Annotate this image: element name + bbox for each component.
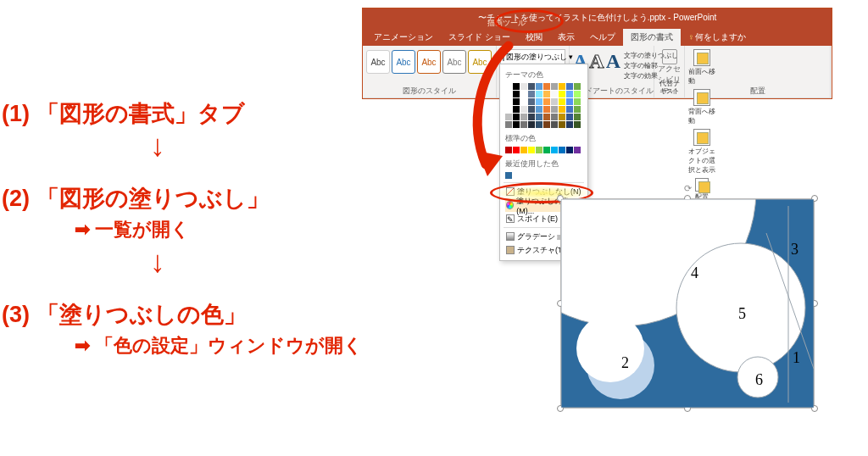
color-swatch[interactable] (551, 98, 558, 105)
selection-pane-button[interactable]: オブジェクトの選択と表示 (688, 129, 715, 175)
color-swatch[interactable] (543, 147, 550, 153)
wordart-preset-3[interactable]: A (606, 51, 620, 71)
tab-tell-me[interactable]: ♀何をしますか (681, 29, 754, 46)
style-preset-2[interactable]: Abc (392, 50, 415, 74)
color-swatch[interactable] (566, 91, 573, 97)
color-swatch[interactable] (551, 121, 558, 128)
color-swatch[interactable] (520, 91, 527, 97)
style-preset-5[interactable]: Abc (468, 50, 492, 74)
color-swatch[interactable] (574, 147, 581, 153)
color-swatch[interactable] (559, 98, 565, 105)
color-swatch[interactable] (543, 121, 550, 128)
style-preset-4[interactable]: Abc (442, 50, 466, 74)
color-swatch[interactable] (543, 98, 550, 105)
color-swatch[interactable] (528, 114, 535, 120)
bring-forward-button[interactable]: 前面へ移動 (688, 49, 715, 86)
color-swatch[interactable] (520, 83, 527, 90)
color-swatch[interactable] (551, 83, 558, 90)
color-swatch[interactable] (566, 147, 573, 153)
color-swatch[interactable] (543, 106, 550, 113)
color-swatch[interactable] (520, 98, 527, 105)
tab-review[interactable]: 校閲 (518, 29, 550, 46)
color-swatch[interactable] (513, 121, 520, 128)
diagram-shapes[interactable] (561, 199, 814, 408)
color-swatch[interactable] (566, 106, 573, 113)
color-swatch[interactable] (505, 147, 512, 153)
color-swatch[interactable] (566, 114, 573, 120)
color-swatch[interactable] (513, 106, 520, 113)
color-swatch[interactable] (543, 83, 550, 90)
slide-canvas[interactable]: ⟳ 1 2 3 4 5 6 (555, 188, 821, 414)
color-swatch[interactable] (505, 172, 512, 179)
color-swatch[interactable] (551, 114, 558, 120)
color-swatch[interactable] (536, 83, 542, 90)
color-swatch[interactable] (574, 121, 581, 128)
color-swatch[interactable] (505, 98, 512, 105)
title-bar: 〜チャートを使ってイラストに色付けしよう.pptx - PowerPoint (363, 8, 832, 27)
color-swatch[interactable] (536, 106, 542, 113)
color-swatch[interactable] (528, 106, 535, 113)
color-swatch[interactable] (528, 121, 535, 128)
color-swatch[interactable] (528, 147, 535, 153)
color-swatch[interactable] (536, 98, 542, 105)
color-swatch[interactable] (551, 91, 558, 97)
tab-slideshow[interactable]: スライド ショー (441, 29, 518, 46)
tab-view[interactable]: 表示 (550, 29, 582, 46)
color-swatch[interactable] (513, 83, 520, 90)
color-swatch[interactable] (574, 83, 581, 90)
color-swatch[interactable] (574, 91, 581, 97)
color-swatch[interactable] (536, 147, 542, 153)
color-swatch[interactable] (505, 121, 512, 128)
step-3: (3) 「塗りつぶしの色」 (2, 299, 363, 330)
color-swatch[interactable] (520, 114, 527, 120)
wordart-preset-2[interactable]: A (589, 51, 604, 71)
tab-animation[interactable]: アニメーション (366, 29, 441, 46)
color-swatch[interactable] (559, 106, 565, 113)
color-swatch[interactable] (513, 98, 520, 105)
color-swatch[interactable] (513, 147, 520, 153)
color-swatch[interactable] (505, 114, 512, 120)
color-swatch[interactable] (528, 83, 535, 90)
color-swatch[interactable] (536, 114, 542, 120)
color-swatch[interactable] (566, 121, 573, 128)
color-swatch[interactable] (559, 83, 565, 90)
color-swatch[interactable] (520, 147, 527, 153)
color-swatch[interactable] (528, 91, 535, 97)
region-6: 6 (755, 371, 763, 389)
color-swatch[interactable] (513, 114, 520, 120)
color-swatch[interactable] (574, 98, 581, 105)
color-swatch[interactable] (566, 83, 573, 90)
color-swatch[interactable] (559, 114, 565, 120)
color-swatch[interactable] (505, 83, 512, 90)
color-swatch[interactable] (559, 147, 565, 153)
tab-help[interactable]: ヘルプ (582, 29, 623, 46)
color-swatch[interactable] (551, 106, 558, 113)
style-preset-3[interactable]: Abc (417, 50, 441, 74)
rotate-handle[interactable]: ⟳ (684, 183, 693, 192)
region-2: 2 (621, 354, 629, 372)
style-preset-1[interactable]: Abc (366, 50, 390, 74)
color-swatch[interactable] (536, 91, 542, 97)
color-swatch[interactable] (528, 98, 535, 105)
color-swatch[interactable] (505, 91, 512, 97)
theme-shade-grid (505, 91, 582, 128)
shape-fill-button[interactable]: 図形の塗りつぶし ▾ (500, 49, 565, 64)
color-swatch[interactable] (559, 121, 565, 128)
color-swatch[interactable] (574, 114, 581, 120)
shape-style-gallery[interactable]: Abc Abc Abc Abc Abc (366, 49, 492, 74)
color-swatch[interactable] (566, 98, 573, 105)
bring-forward-label: 前面へ移動 (688, 67, 715, 86)
color-swatch[interactable] (520, 106, 527, 113)
tab-shape-format[interactable]: 図形の書式 (623, 29, 681, 46)
color-swatch[interactable] (520, 121, 527, 128)
color-swatch[interactable] (505, 106, 512, 113)
color-swatch[interactable] (559, 91, 565, 97)
color-swatch[interactable] (536, 121, 542, 128)
palette-icon (506, 201, 514, 209)
color-swatch[interactable] (543, 91, 550, 97)
color-swatch[interactable] (551, 147, 558, 153)
alt-text-icon[interactable] (662, 49, 677, 64)
color-swatch[interactable] (574, 106, 581, 113)
color-swatch[interactable] (513, 91, 520, 97)
color-swatch[interactable] (543, 114, 550, 120)
